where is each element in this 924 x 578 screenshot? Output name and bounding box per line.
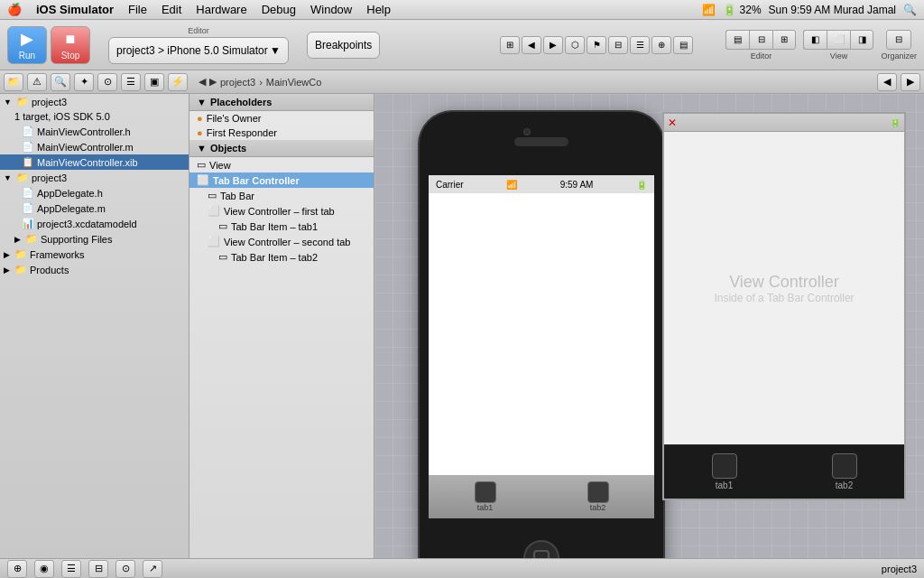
ib-tab-item-tab1[interactable]: ▭ Tab Bar Item – tab1 xyxy=(189,219,374,234)
file-name: MainViewController.m xyxy=(37,142,134,153)
bottom-btn-5[interactable]: ⊙ xyxy=(116,560,135,578)
nav-btn-search[interactable]: 🔍 xyxy=(51,73,70,91)
editor-btn-1[interactable]: ▤ xyxy=(725,30,749,50)
bottom-btn-2[interactable]: ◉ xyxy=(34,560,54,578)
run-button[interactable]: ▶ Run xyxy=(7,26,47,64)
editor-btn-3[interactable]: ⊞ xyxy=(772,30,796,50)
ib-tab-item-tab2[interactable]: ▭ Tab Bar Item – tab2 xyxy=(189,249,374,265)
nav-group-frameworks[interactable]: ▶ 📁 Frameworks xyxy=(0,247,189,262)
vc-first-tab-icon: ⬜ xyxy=(208,205,220,217)
nav-btn-threads[interactable]: ⚡ xyxy=(168,73,188,91)
nav-group-supporting[interactable]: ▶ 📁 Supporting Files xyxy=(0,231,189,247)
file-icon: 📄 xyxy=(22,202,34,214)
placeholders-label: Placeholders xyxy=(210,97,272,107)
menu-edit[interactable]: Edit xyxy=(162,3,181,16)
vc-first-tab-label: View Controller – first tab xyxy=(224,206,335,217)
breakpoints-button[interactable]: Breakpoints xyxy=(307,32,380,59)
search-icon[interactable]: 🔍 xyxy=(903,4,917,16)
view-btn-1[interactable]: ◧ xyxy=(803,30,827,50)
icon-btn-3[interactable]: ▶ xyxy=(543,36,563,54)
assistant-back-icon[interactable]: ◀ xyxy=(877,73,897,91)
bottom-btn-1[interactable]: ⊕ xyxy=(7,560,27,578)
iphone-home-button[interactable] xyxy=(523,540,559,558)
icon-btn-1[interactable]: ⊞ xyxy=(500,36,520,54)
icon-btn-8[interactable]: ⊕ xyxy=(651,36,671,54)
organizer-button[interactable]: ⊟ xyxy=(886,30,911,50)
breadcrumb-back-icon[interactable]: ◀ xyxy=(199,76,206,88)
menu-file[interactable]: File xyxy=(128,3,147,16)
nav-btn-scm[interactable]: ✦ xyxy=(74,73,94,91)
scheme-selector[interactable]: project3 > iPhone 5.0 Simulator ▼ xyxy=(108,37,289,64)
breadcrumb-project[interactable]: project3 xyxy=(220,77,255,88)
nav-btn-debug[interactable]: ▣ xyxy=(144,73,164,91)
editor-btn-2[interactable]: ⊟ xyxy=(749,30,772,50)
vc-tab2-label: tab2 xyxy=(836,480,853,490)
run-icon: ▶ xyxy=(21,29,33,49)
menu-hardware[interactable]: Hardware xyxy=(196,3,246,16)
menu-debug[interactable]: Debug xyxy=(262,3,296,16)
bottom-project-label: project3 xyxy=(882,564,917,574)
nav-group-products[interactable]: ▶ 📁 Products xyxy=(0,262,189,277)
iphone-tab2-label: tab2 xyxy=(590,503,606,512)
ib-vc-second-tab[interactable]: ⬜ View Controller – second tab xyxy=(189,234,374,249)
stop-button[interactable]: ■ Stop xyxy=(51,26,90,64)
icon-btn-7[interactable]: ☰ xyxy=(630,36,650,54)
apple-menu[interactable]: 🍎 xyxy=(7,3,22,16)
nav-btn-log[interactable]: ☰ xyxy=(121,73,141,91)
vc-tab-icon-1 xyxy=(712,453,737,479)
icon-btn-4[interactable]: ⬡ xyxy=(565,36,585,54)
status-bar-right: 📶 🔋 32% Sun 9:59 AM Murad Jamal 🔍 xyxy=(702,4,917,16)
assistant-fwd-icon[interactable]: ▶ xyxy=(901,73,920,91)
vc-canvas-body: View Controller Inside of a Tab Bar Cont… xyxy=(664,132,904,444)
clock-wifi-icon: 📶 xyxy=(702,4,716,16)
iphone-tab-1[interactable]: tab1 xyxy=(429,475,541,518)
nav-item-mvc-m[interactable]: 📄 MainViewController.m xyxy=(0,139,189,154)
view-btn-3[interactable]: ◨ xyxy=(850,30,873,50)
menu-help[interactable]: Help xyxy=(366,3,391,16)
nav-item-appdel-h[interactable]: 📄 AppDelegate.h xyxy=(0,185,189,200)
icon-btn-5[interactable]: ⚑ xyxy=(587,36,606,54)
ib-files-owner[interactable]: ● File's Owner xyxy=(189,111,374,126)
breadcrumb-fwd-icon[interactable]: ▶ xyxy=(209,76,217,88)
ib-tab-bar-controller[interactable]: ⬜ Tab Bar Controller xyxy=(189,172,374,188)
vc-tab-item-2[interactable]: tab2 xyxy=(832,453,857,490)
iphone-tab-2[interactable]: tab2 xyxy=(541,475,654,518)
app-name[interactable]: iOS Simulator xyxy=(36,3,114,16)
secondary-icon-group: ⊞ ◀ ▶ ⬡ ⚑ ⊟ ☰ ⊕ ▤ xyxy=(500,36,693,54)
nav-btn-warning[interactable]: ⚠ xyxy=(27,73,47,91)
icon-btn-9[interactable]: ▤ xyxy=(673,36,693,54)
placeholders-header: ▼ Placeholders xyxy=(189,94,374,111)
file-name: project3.xcdatamodeld xyxy=(37,219,137,229)
nav-project-root[interactable]: ▼ 📁 project3 xyxy=(0,94,189,109)
view-btn-2[interactable]: ⬜ xyxy=(827,30,850,50)
nav-item-mvc-xib[interactable]: 📋 MainViewController.xib xyxy=(0,154,189,170)
nav-item-mvc-h[interactable]: 📄 MainViewController.h xyxy=(0,124,189,139)
nav-item-xcdatamodel[interactable]: 📊 project3.xcdatamodeld xyxy=(0,216,189,231)
bottom-btn-4[interactable]: ⊟ xyxy=(88,560,108,578)
iphone-speaker xyxy=(514,137,568,146)
bottom-btn-3[interactable]: ☰ xyxy=(61,560,81,578)
ib-first-responder[interactable]: ● First Responder xyxy=(189,126,374,140)
nav-group-project3[interactable]: ▼ 📁 project3 xyxy=(0,170,189,185)
bottom-btn-6[interactable]: ↗ xyxy=(143,560,162,578)
arrow-icon: ▶ xyxy=(4,250,10,259)
scheme-label: Editor xyxy=(188,26,209,35)
ib-view[interactable]: ▭ View xyxy=(189,157,374,172)
stop-icon: ■ xyxy=(66,30,76,49)
first-responder-icon: ● xyxy=(197,127,203,138)
nav-btn-folders[interactable]: 📁 xyxy=(4,73,23,91)
target-label: 1 target, iOS SDK 5.0 xyxy=(14,111,110,122)
ib-vc-first-tab[interactable]: ⬜ View Controller – first tab xyxy=(189,203,374,219)
ib-tab-bar[interactable]: ▭ Tab Bar xyxy=(189,188,374,203)
icon-btn-2[interactable]: ◀ xyxy=(522,36,541,54)
vc-tab-item-1[interactable]: tab1 xyxy=(712,453,737,490)
tab-bar-label: Tab Bar xyxy=(220,191,254,201)
icon-btn-6[interactable]: ⊟ xyxy=(608,36,628,54)
vc-canvas-close-icon[interactable]: ✕ xyxy=(668,117,677,129)
menu-window[interactable]: Window xyxy=(310,3,352,16)
nav-btn-breakpoints[interactable]: ⊙ xyxy=(97,73,117,91)
file-icon: 📄 xyxy=(22,187,34,199)
nav-item-appdel-m[interactable]: 📄 AppDelegate.m xyxy=(0,200,189,216)
view-button-group: ◧ ⬜ ◨ xyxy=(803,30,873,50)
breadcrumb-file[interactable]: MainViewCo xyxy=(266,77,322,88)
